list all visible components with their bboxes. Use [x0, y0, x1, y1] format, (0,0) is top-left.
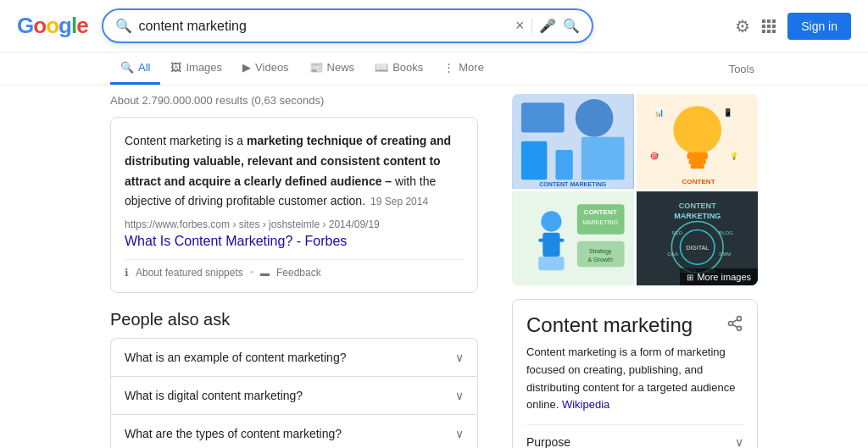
svg-text:CONTENT MARKETING: CONTENT MARKETING [539, 181, 607, 188]
snippet-link[interactable]: What Is Content Marketing? - Forbes [125, 234, 347, 248]
tab-books-label: Books [392, 61, 423, 74]
chevron-down-icon-2: ∨ [455, 427, 464, 440]
chevron-down-icon-1: ∨ [455, 389, 464, 402]
svg-rect-7 [767, 30, 771, 33]
main-content: About 2.790.000.000 results (0,63 second… [0, 86, 868, 448]
svg-text:🎯: 🎯 [650, 152, 659, 161]
svg-line-55 [732, 319, 737, 322]
tab-images[interactable]: 🖼 Images [160, 53, 232, 85]
more-images-overlay[interactable]: ⊞ More images [680, 268, 758, 285]
images-tab-icon: 🖼 [170, 61, 181, 74]
svg-rect-20 [690, 164, 704, 169]
svg-point-11 [576, 99, 614, 137]
svg-rect-18 [687, 152, 707, 159]
snippet-text-before: Content marketing is a [125, 134, 247, 147]
image-1[interactable]: CONTENT MARKETING [512, 94, 634, 189]
tab-news-label: News [327, 61, 355, 74]
svg-rect-10 [521, 102, 565, 132]
svg-text:Q&A: Q&A [667, 251, 679, 257]
signin-button[interactable]: Sign in [787, 13, 851, 40]
svg-line-54 [732, 324, 737, 327]
chevron-down-icon-0: ∨ [455, 351, 464, 364]
kp-section-label-0: Purpose [526, 435, 570, 448]
snippet-footer: ℹ About featured snippets • ▬ Feedback [125, 259, 464, 279]
svg-text:📊: 📊 [654, 108, 665, 118]
snippet-source-url: https://www.forbes.com › sites › joshste… [125, 218, 464, 230]
svg-point-51 [737, 316, 742, 320]
header-right: ⚙ Sign in [735, 13, 851, 40]
svg-rect-14 [581, 137, 625, 180]
clear-icon[interactable]: × [515, 17, 525, 35]
snippet-body: Content marketing is a marketing techniq… [125, 131, 464, 212]
paa-item-1[interactable]: What is digital content marketing? ∨ [110, 376, 478, 414]
results-count: About 2.790.000.000 results (0,63 second… [110, 94, 478, 107]
svg-rect-31 [554, 238, 564, 241]
svg-text:& Growth: & Growth [587, 257, 613, 263]
image-2[interactable]: 📊 📱 🎯 💡 CONTENT MARKETING [637, 94, 759, 189]
kp-section-0[interactable]: Purpose ∨ [526, 424, 743, 448]
footer-dot: • [250, 267, 253, 279]
svg-text:SEO: SEO [671, 229, 682, 235]
svg-text:💡: 💡 [730, 152, 739, 161]
tools-button[interactable]: Tools [726, 54, 758, 84]
gear-icon[interactable]: ⚙ [735, 16, 750, 36]
featured-snippet: Content marketing is a marketing techniq… [110, 117, 478, 293]
search-submit-icon[interactable]: 🔍 [563, 18, 580, 34]
image-grid: CONTENT MARKETING 📊 📱 🎯 💡 CONTENT [512, 94, 758, 285]
svg-rect-29 [542, 232, 559, 256]
kp-wiki-link[interactable]: Wikipedia [562, 398, 609, 411]
kp-title-row: Content marketing [526, 313, 743, 337]
svg-text:SMM: SMM [719, 251, 731, 257]
svg-rect-8 [772, 30, 776, 33]
svg-text:BLOG: BLOG [719, 229, 733, 235]
image-3[interactable]: CONTENT MARKETING Strategy & Growth [512, 191, 634, 286]
share-icon[interactable] [726, 315, 743, 336]
knowledge-panel: Content marketing Content marketing is a… [512, 299, 758, 448]
grid-icon[interactable] [760, 18, 777, 35]
paa-question-1: What is digital content marketing? [125, 389, 303, 402]
svg-rect-30 [538, 238, 548, 241]
svg-point-53 [737, 326, 742, 330]
search-input[interactable] [139, 19, 509, 34]
svg-text:Strategy: Strategy [589, 247, 612, 254]
paa-item-0[interactable]: What is an example of content marketing?… [110, 338, 478, 376]
left-column: About 2.790.000.000 results (0,63 second… [110, 94, 478, 448]
tab-images-label: Images [186, 61, 222, 74]
all-tab-icon: 🔍 [120, 61, 134, 74]
tab-videos[interactable]: ▶ Videos [232, 53, 299, 85]
paa-item-2[interactable]: What are the types of content marketing?… [110, 414, 478, 448]
svg-point-28 [541, 211, 561, 231]
people-also-ask: People also ask What is an example of co… [110, 310, 478, 448]
snippet-feedback-text[interactable]: Feedback [276, 267, 321, 279]
search-prefix-icon: 🔍 [115, 18, 132, 34]
svg-rect-13 [555, 150, 572, 180]
nav-tabs: 🔍 All 🖼 Images ▶ Videos 📰 News 📖 Books ⋮… [0, 53, 868, 86]
tab-more[interactable]: ⋮ More [433, 53, 494, 85]
right-column: CONTENT MARKETING 📊 📱 🎯 💡 CONTENT [512, 94, 758, 448]
svg-text:CONTENT: CONTENT [682, 178, 715, 185]
snippet-footer-text: About featured snippets [136, 267, 243, 279]
svg-text:CONTENT: CONTENT [678, 202, 715, 210]
more-images-label: More images [697, 272, 751, 282]
tab-more-label: More [459, 61, 484, 74]
tab-news[interactable]: 📰 News [299, 53, 365, 85]
svg-text:MARKETING: MARKETING [582, 218, 618, 225]
tab-books[interactable]: 📖 Books [364, 53, 433, 85]
chevron-down-kp-0: ∨ [735, 435, 743, 448]
tab-all-label: All [138, 61, 150, 74]
image-4[interactable]: CONTENT MARKETING DIGITAL SEO BLOG Q&A S… [637, 191, 759, 286]
svg-rect-2 [772, 19, 776, 23]
svg-text:CONTENT: CONTENT [584, 208, 617, 216]
svg-rect-32 [538, 257, 564, 270]
paa-title: People also ask [110, 310, 478, 329]
kp-desc-text: Content marketing is a form of marketing… [526, 346, 735, 411]
search-bar: 🔍 × 🎤 🔍 [102, 8, 593, 43]
google-logo: Google [17, 13, 88, 39]
snippet-info-icon: ℹ [125, 267, 129, 279]
paa-question-0: What is an example of content marketing? [125, 351, 346, 364]
tab-all[interactable]: 🔍 All [110, 53, 160, 85]
mic-icon[interactable]: 🎤 [539, 18, 556, 34]
svg-text:DIGITAL: DIGITAL [686, 244, 709, 251]
image-grid-icon: ⊞ [687, 273, 693, 282]
paa-question-2: What are the types of content marketing? [125, 427, 342, 440]
